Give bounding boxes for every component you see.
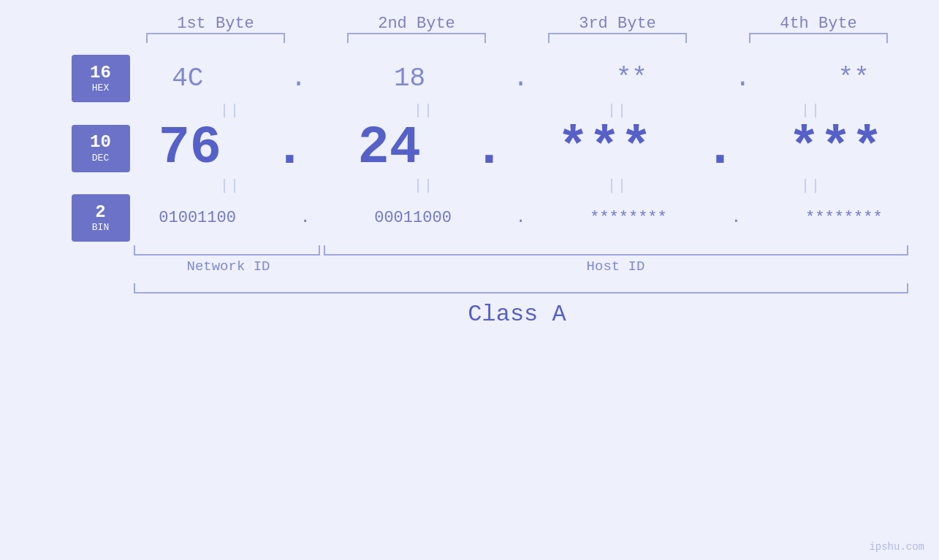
bracket-byte1	[146, 33, 285, 43]
id-labels: Network ID Host ID	[134, 258, 908, 275]
hex-val-4: **	[838, 55, 870, 102]
bin-dot-3: .	[718, 194, 754, 242]
dec-dot-1: .	[271, 112, 308, 185]
byte1-label: 1st Byte	[135, 15, 296, 33]
byte2-label: 2nd Byte	[336, 15, 497, 33]
host-id-bracket	[324, 245, 908, 256]
hex-badge-name: HEX	[92, 83, 109, 93]
dec-badge-number: 10	[90, 133, 111, 152]
host-id-label: Host ID	[324, 258, 908, 275]
hex-dot-1: .	[281, 55, 317, 102]
dec-val-4: ***	[788, 112, 883, 185]
bin-badge: 2 BIN	[72, 194, 130, 242]
net-id-bracket	[134, 245, 320, 256]
top-brackets	[115, 33, 919, 47]
eq2-4: ||	[731, 177, 892, 194]
byte-headers: 1st Byte 2nd Byte 3rd Byte 4th Byte	[115, 15, 919, 33]
bin-val-2: 00011000	[374, 194, 452, 242]
eq2-2: ||	[343, 177, 504, 194]
dec-val-3: ***	[558, 112, 653, 185]
dec-row: 10 DEC 76 . 24 . *** . ***	[68, 112, 908, 185]
bottom-brackets	[134, 245, 908, 256]
byte3-label: 3rd Byte	[537, 15, 698, 33]
bin-dot-1: .	[287, 194, 324, 242]
hex-val-2: 18	[394, 55, 425, 102]
bin-val-3: ********	[590, 194, 667, 242]
hex-val-3: **	[616, 55, 647, 102]
bin-val-1: 01001100	[159, 194, 236, 242]
bin-val-4: ********	[805, 194, 883, 242]
hex-dot-2: .	[502, 55, 539, 102]
bracket-byte3	[548, 33, 687, 43]
bin-row: 2 BIN 01001100 . 00011000 . ******** . *…	[68, 194, 908, 242]
dec-badge: 10 DEC	[72, 125, 130, 172]
watermark: ipshu.com	[869, 541, 924, 553]
hex-row: 16 HEX 4C . 18 . ** . **	[68, 55, 908, 102]
network-id-label: Network ID	[134, 258, 324, 275]
class-label: Class A	[115, 301, 919, 328]
bin-values: 01001100 . 00011000 . ******** . *******…	[134, 194, 908, 242]
hex-badge-wrapper: 16 HEX	[68, 55, 134, 102]
hex-badge-number: 16	[90, 64, 111, 83]
dec-dot-3: .	[702, 112, 738, 185]
dec-val-2: 24	[358, 112, 421, 185]
hex-values: 4C . 18 . ** . **	[134, 55, 908, 102]
bin-badge-wrapper: 2 BIN	[68, 194, 134, 242]
bracket-byte4	[749, 33, 888, 43]
hex-val-1: 4C	[172, 55, 203, 102]
byte4-label: 4th Byte	[738, 15, 899, 33]
main-container: 1st Byte 2nd Byte 3rd Byte 4th Byte 16 H…	[0, 0, 939, 560]
bin-dot-2: .	[502, 194, 539, 242]
equals-row-2: || || || ||	[134, 177, 908, 194]
wide-bracket	[134, 283, 908, 294]
dec-badge-name: DEC	[92, 153, 109, 164]
hex-dot-3: .	[724, 55, 761, 102]
hex-badge: 16 HEX	[72, 55, 130, 102]
eq2-1: ||	[150, 177, 311, 194]
dec-val-1: 76	[159, 112, 221, 185]
bracket-byte2	[347, 33, 486, 43]
dec-dot-2: .	[471, 112, 507, 185]
bin-badge-name: BIN	[92, 222, 109, 233]
eq2-3: ||	[537, 177, 698, 194]
dec-values: 76 . 24 . *** . ***	[134, 112, 908, 185]
dec-badge-wrapper: 10 DEC	[68, 125, 134, 172]
bin-badge-number: 2	[95, 203, 105, 222]
